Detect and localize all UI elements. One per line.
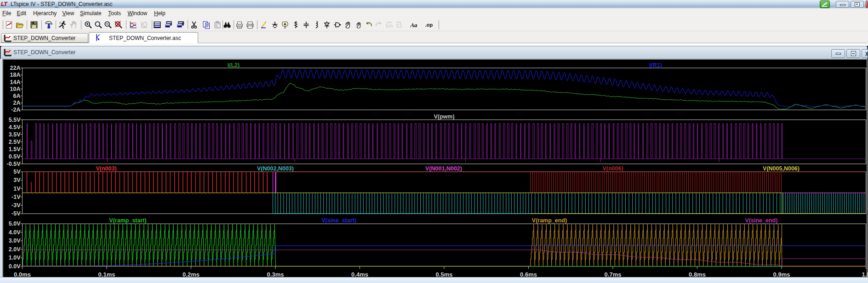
- svg-text:V(N001,N002): V(N001,N002): [425, 165, 462, 172]
- svg-text:1.5V: 1.5V: [9, 146, 21, 153]
- svg-text:-0.5V: -0.5V: [7, 161, 21, 167]
- svg-text:V(N002,N003): V(N002,N003): [257, 165, 294, 172]
- svg-text:V(ramp_end): V(ramp_end): [532, 217, 567, 224]
- svg-text:2.5V: 2.5V: [9, 139, 21, 145]
- svg-text:V(n006): V(n006): [602, 165, 623, 172]
- svg-text:V(sine_start): V(sine_start): [321, 217, 356, 224]
- svg-text:6A: 6A: [13, 93, 21, 99]
- svg-text:V(pwm): V(pwm): [434, 113, 454, 120]
- svg-text:4.0V: 4.0V: [9, 229, 21, 236]
- svg-text:1V: 1V: [13, 186, 21, 192]
- svg-text:-1V: -1V: [11, 194, 21, 200]
- svg-text:-5V: -5V: [11, 210, 21, 217]
- svg-text:0.0V: 0.0V: [9, 263, 21, 270]
- svg-text:10A: 10A: [10, 86, 21, 92]
- svg-text:14A: 14A: [10, 79, 21, 85]
- svg-text:4.5V: 4.5V: [9, 124, 21, 130]
- svg-text:5.0V: 5.0V: [9, 221, 21, 227]
- svg-text:I(R1): I(R1): [649, 62, 662, 68]
- svg-text:1.0V: 1.0V: [9, 255, 21, 261]
- svg-text:22A: 22A: [10, 65, 21, 71]
- svg-text:5V: 5V: [13, 169, 21, 175]
- svg-text:V(sine_end): V(sine_end): [745, 217, 778, 224]
- svg-text:2A: 2A: [13, 100, 21, 106]
- svg-text:V(n003): V(n003): [96, 165, 116, 172]
- svg-text:18A: 18A: [10, 72, 21, 78]
- svg-text:2.0V: 2.0V: [9, 246, 21, 253]
- svg-text:V(ramp_start): V(ramp_start): [109, 217, 146, 224]
- svg-text:-3V: -3V: [11, 202, 21, 209]
- svg-text:V(N005,N006): V(N005,N006): [763, 165, 799, 172]
- svg-text:3V: 3V: [13, 177, 21, 183]
- svg-text:0.5V: 0.5V: [9, 153, 21, 160]
- svg-text:I(L2): I(L2): [228, 62, 240, 68]
- svg-text:-2A: -2A: [11, 107, 20, 113]
- svg-text:5.5V: 5.5V: [9, 117, 21, 123]
- svg-text:3.5V: 3.5V: [9, 131, 21, 138]
- svg-text:3.0V: 3.0V: [9, 238, 21, 244]
